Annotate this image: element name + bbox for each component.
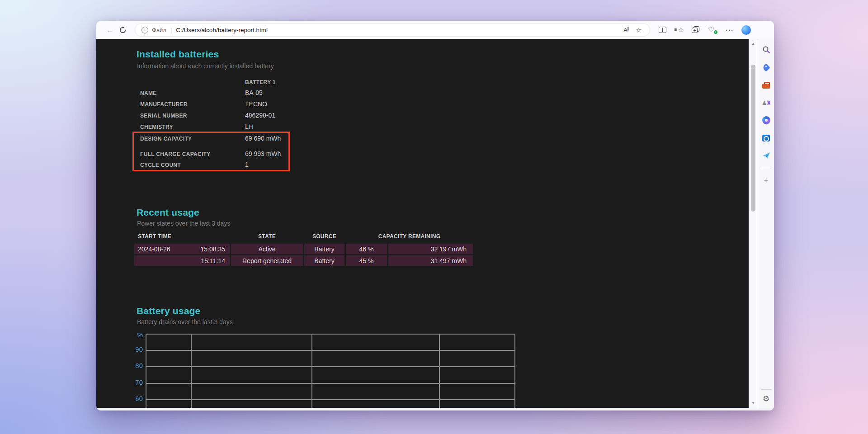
sidebar-item-games[interactable]: ♟♜ xyxy=(761,97,772,108)
y-axis-tick: 70 xyxy=(124,378,143,386)
cell-start-time: 15:11:14 xyxy=(134,255,230,266)
read-aloud-button[interactable]: A)) xyxy=(620,24,632,36)
field-value: 486298-01 xyxy=(245,112,275,119)
gridline-80 xyxy=(146,366,514,367)
copilot-button[interactable] xyxy=(740,24,752,36)
horizontal-scrollbar[interactable] xyxy=(96,408,774,410)
search-icon xyxy=(762,46,770,54)
games-icon: ♟♜ xyxy=(762,99,770,106)
y-axis-label: % xyxy=(124,331,143,339)
sidebar-item-search[interactable] xyxy=(761,44,772,55)
scroll-down-icon[interactable]: ▼ xyxy=(749,401,758,405)
collections-icon: + xyxy=(692,26,700,33)
collections-button[interactable]: + xyxy=(689,24,702,36)
day-divider xyxy=(439,335,440,408)
cell-percent: 46 % xyxy=(346,244,387,254)
gridline-70 xyxy=(146,383,514,384)
favorites-icon: ≡ ☆ xyxy=(674,25,684,34)
recent-usage-header-row: START TIME STATE SOURCE CAPACITY REMAINI… xyxy=(134,233,473,242)
col-header-start-time: START TIME xyxy=(138,233,171,240)
window-body: Installed batteries Information about ea… xyxy=(96,39,774,408)
toolbar-right-icons: ≡ ☆ + ♡ ✓ ⋯ xyxy=(656,24,752,36)
sidebar-add-button[interactable]: + xyxy=(761,175,772,186)
gear-icon: ⚙ xyxy=(763,394,769,404)
paper-plane-icon xyxy=(762,152,770,159)
day-divider xyxy=(191,335,192,408)
address-file-label: Файл xyxy=(152,27,166,33)
col-header-source: SOURCE xyxy=(304,233,344,240)
sidebar-settings-button[interactable]: ⚙ xyxy=(761,393,772,404)
field-value: Li-i xyxy=(245,123,254,130)
copilot-icon xyxy=(741,25,751,35)
y-axis-tick: 90 xyxy=(124,345,143,353)
table-row: 15:11:14 Report generated Battery 45 % 3… xyxy=(134,255,473,266)
cell-source: Battery xyxy=(304,255,344,266)
field-label: MANUFACTURER xyxy=(140,101,188,108)
address-url[interactable]: C:/Users/alcoh/battery-report.html xyxy=(176,27,268,33)
field-label: NAME xyxy=(140,90,157,96)
star-icon: ☆ xyxy=(636,27,642,33)
tag-icon xyxy=(762,63,770,71)
back-icon: ← xyxy=(106,26,114,34)
battery-column-header: BATTERY 1 xyxy=(245,79,276,85)
scroll-up-icon[interactable]: ▲ xyxy=(749,42,758,46)
sidebar-item-shopping[interactable] xyxy=(761,62,772,73)
cell-start-time: 2024-08-26 15:08:35 xyxy=(134,244,230,254)
add-favorite-button[interactable]: ☆ xyxy=(632,24,645,36)
desktop-background: ← i Файл | C:/Users/alcoh/battery-report… xyxy=(0,0,868,434)
battery-usage-title: Battery usage xyxy=(137,306,201,316)
gridline-60 xyxy=(146,399,514,400)
battery-usage-chart xyxy=(146,334,515,408)
installed-batteries-subtitle: Information about each currently install… xyxy=(137,62,274,70)
installed-batteries-title: Installed batteries xyxy=(137,49,219,60)
sidebar-divider xyxy=(761,389,771,390)
y-axis-tick: 60 xyxy=(124,395,143,402)
gridline-90 xyxy=(146,350,514,351)
refresh-icon xyxy=(119,26,127,34)
split-screen-button[interactable] xyxy=(656,24,669,36)
recent-usage-table: START TIME STATE SOURCE CAPACITY REMAINI… xyxy=(134,233,473,266)
toolbox-icon xyxy=(762,84,770,89)
cell-percent: 45 % xyxy=(346,255,387,266)
sidebar-bottom: ⚙ xyxy=(758,389,774,404)
field-label: CHEMISTRY xyxy=(140,124,173,130)
sidebar-item-microsoft-365[interactable] xyxy=(761,115,772,126)
outlook-icon xyxy=(762,135,770,142)
field-label: SERIAL NUMBER xyxy=(140,113,187,119)
recent-usage-subtitle: Power states over the last 3 days xyxy=(137,220,230,227)
back-button[interactable]: ← xyxy=(104,24,116,36)
plus-icon: + xyxy=(764,176,769,185)
sidebar-item-drop[interactable] xyxy=(761,150,772,161)
refresh-button[interactable] xyxy=(116,24,129,36)
favorites-button[interactable]: ≡ ☆ xyxy=(673,24,685,36)
scrollbar-thumb[interactable] xyxy=(751,65,755,212)
recent-usage-title: Recent usage xyxy=(137,207,199,218)
field-value: TECNO xyxy=(245,100,267,108)
battery-report-page: Installed batteries Information about ea… xyxy=(96,39,749,408)
browser-essentials-button[interactable]: ♡ ✓ xyxy=(706,24,719,36)
sidebar-item-tools[interactable] xyxy=(761,80,772,90)
page-info-icon[interactable]: i xyxy=(142,27,148,33)
vertical-scrollbar[interactable]: ▲ ▼ xyxy=(749,39,758,408)
sidebar-divider xyxy=(761,168,771,168)
highlight-annotation-box xyxy=(132,132,290,171)
field-value: BA-05 xyxy=(245,89,263,96)
browser-window: ← i Файл | C:/Users/alcoh/battery-report… xyxy=(96,21,774,410)
split-screen-icon xyxy=(659,27,666,33)
cell-mwh: 31 497 mWh xyxy=(388,255,473,266)
more-menu-button[interactable]: ⋯ xyxy=(723,24,736,36)
sidebar-item-outlook[interactable] xyxy=(761,132,772,143)
y-axis-tick: 80 xyxy=(124,362,143,369)
table-row: 2024-08-26 15:08:35 Active Battery 46 % … xyxy=(134,244,473,254)
col-header-state: STATE xyxy=(231,233,303,240)
cell-mwh: 32 197 mWh xyxy=(388,244,473,254)
more-dots-icon: ⋯ xyxy=(726,26,733,34)
browser-toolbar: ← i Файл | C:/Users/alcoh/battery-report… xyxy=(96,21,774,39)
cell-state: Report generated xyxy=(231,255,303,266)
address-bar[interactable]: i Файл | C:/Users/alcoh/battery-report.h… xyxy=(135,24,650,36)
microsoft-365-icon xyxy=(762,116,770,124)
cell-state: Active xyxy=(231,244,303,254)
cell-source: Battery xyxy=(304,244,344,254)
browser-essentials-icon: ♡ ✓ xyxy=(708,26,717,34)
battery-usage-subtitle: Battery drains over the last 3 days xyxy=(137,318,233,326)
